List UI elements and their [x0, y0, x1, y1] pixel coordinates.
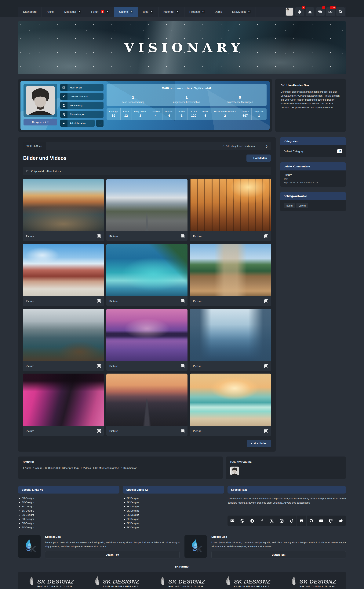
verwaltung-button[interactable]: Verwaltung: [60, 102, 104, 109]
image-checkbox[interactable]: [181, 299, 184, 303]
partner-logo[interactable]: SK DESIGNZWOLTLAB THEMES WITH LOVE: [215, 574, 280, 589]
partner-logo[interactable]: SK DESIGNZWOLTLAB THEMES WITH LOVE: [84, 574, 150, 589]
stat-artikel[interactable]: Artikel1: [176, 108, 188, 120]
online-user-avatar[interactable]: [230, 467, 239, 475]
tiktok-button[interactable]: [287, 515, 297, 526]
welcome-stat-conversations[interactable]: 1 ungelesene Konversation: [160, 93, 214, 106]
x-twitter-button[interactable]: [267, 515, 277, 526]
image-title[interactable]: Picture: [109, 300, 118, 303]
image-checkbox[interactable]: [181, 234, 184, 238]
nav-dashboard[interactable]: Dashboard: [18, 7, 42, 17]
link-item[interactable]: SK-Designz: [124, 505, 224, 509]
gallery-image[interactable]: [106, 244, 188, 296]
partner-logo[interactable]: SK DESIGNZWOLTLAB THEMES WITH LOVE: [280, 574, 346, 589]
logout-button[interactable]: [96, 120, 104, 127]
link-item[interactable]: SK-Designz: [19, 513, 119, 517]
profil-bearbeiten-button[interactable]: Profil bearbeiten: [60, 93, 104, 100]
image-checkbox[interactable]: [97, 364, 101, 368]
image-title[interactable]: Picture: [26, 365, 34, 368]
image-title[interactable]: Picture: [109, 235, 118, 238]
comment-image-title[interactable]: Picture: [284, 174, 342, 176]
image-checkbox[interactable]: [264, 234, 268, 238]
link-item[interactable]: SK-Designz: [124, 500, 224, 505]
nav-galerie[interactable]: Galerie▼: [114, 7, 138, 17]
tag-ipsum[interactable]: Ipsum: [284, 203, 295, 208]
nav-filebase[interactable]: Filebase▼: [184, 7, 210, 17]
gallery-image[interactable]: [23, 244, 104, 296]
mark-all-read-button[interactable]: ✓Alle als gelesen markieren: [221, 145, 257, 147]
nav-mitglieder[interactable]: Mitglieder▼: [59, 7, 86, 17]
link-item[interactable]: SK-Designz: [19, 505, 119, 509]
upload-button[interactable]: +Hochladen: [247, 154, 271, 162]
image-title[interactable]: Picture: [26, 300, 34, 303]
stat-trophaeen[interactable]: Trophäen1: [252, 108, 266, 120]
gallery-image[interactable]: [190, 309, 271, 361]
gallery-image[interactable]: [106, 179, 188, 231]
link-item[interactable]: SK-Designz: [124, 525, 224, 529]
administration-button[interactable]: Administration: [60, 120, 95, 127]
image-checkbox[interactable]: [264, 299, 268, 303]
tag-lorem[interactable]: Lorem: [296, 203, 308, 208]
image-checkbox[interactable]: [97, 299, 101, 303]
welcome-stat-reports[interactable]: 0 ausstehende Meldungen: [213, 93, 266, 106]
partner-logo[interactable]: SK DESIGNZWOLTLAB THEMES WITH LOVE: [150, 574, 215, 589]
moderation-button[interactable]: [306, 7, 314, 16]
nav-artikel[interactable]: Artikel: [42, 7, 59, 17]
link-item[interactable]: SK-Designz: [124, 517, 224, 521]
stat-punkte[interactable]: Punkte697: [239, 108, 252, 120]
link-item[interactable]: SK-Designz: [19, 517, 119, 521]
partner-logo[interactable]: SK DESIGNZWOLTLAB THEMES WITH LOVE: [18, 574, 84, 589]
image-checkbox[interactable]: [181, 429, 184, 433]
discord-button[interactable]: [297, 515, 306, 526]
jcoins-button[interactable]: 120: [326, 7, 335, 16]
category-item[interactable]: Default Category 12: [284, 148, 342, 154]
stat-beitraege[interactable]: Beiträge19: [107, 108, 121, 120]
image-checkbox[interactable]: [264, 429, 268, 433]
instagram-button[interactable]: [277, 515, 287, 526]
image-checkbox[interactable]: [97, 234, 101, 238]
gallery-image[interactable]: [106, 374, 188, 426]
search-button[interactable]: [336, 7, 345, 16]
gallery-image[interactable]: [190, 179, 271, 231]
stat-bilder-2[interactable]: Bilder6: [200, 108, 211, 120]
link-item[interactable]: SK-Designz: [124, 509, 224, 513]
notifications-button[interactable]: 1: [295, 7, 304, 16]
special-box-button[interactable]: Button Text: [211, 551, 346, 558]
image-title[interactable]: Picture: [193, 365, 202, 368]
image-title[interactable]: Picture: [26, 429, 34, 433]
nav-forum[interactable]: Forum1▼: [86, 7, 114, 17]
link-item[interactable]: SK-Designz: [124, 496, 224, 500]
nav-demo[interactable]: Demo: [210, 7, 227, 17]
einstellungen-button[interactable]: Einstellungen: [60, 111, 104, 118]
gallery-image[interactable]: [23, 374, 104, 426]
link-item[interactable]: SK-Designz: [19, 521, 119, 525]
chevron-right-icon[interactable]: ❯: [264, 143, 270, 149]
twitch-button[interactable]: [326, 515, 336, 526]
image-title[interactable]: Picture: [193, 235, 202, 238]
conversations-button[interactable]: 1: [316, 7, 325, 16]
sort-bar[interactable]: Zeitpunkt des Hochladens: [23, 167, 271, 175]
welcome-stat-notifications[interactable]: 1 neue Benachrichtung: [107, 93, 160, 106]
avatar[interactable]: [26, 86, 55, 115]
gallery-image[interactable]: [23, 309, 104, 361]
gallery-image[interactable]: [190, 244, 271, 296]
image-title[interactable]: Picture: [26, 235, 34, 238]
stat-blog-artikel[interactable]: Blog-Artikel3: [132, 108, 149, 120]
link-item[interactable]: SK-Designz: [19, 496, 119, 500]
nav-kalender[interactable]: Kalender▼: [158, 7, 184, 17]
stat-bilder[interactable]: Bilder12: [121, 108, 132, 120]
link-item[interactable]: SK-Designz: [124, 513, 224, 517]
telegram-button[interactable]: [247, 515, 257, 526]
facebook-button[interactable]: [257, 515, 267, 526]
stat-dateien[interactable]: Dateien4: [162, 108, 176, 120]
email-button[interactable]: [228, 515, 237, 526]
designer-badge[interactable]: Designer mit ♥: [24, 119, 57, 126]
more-options-icon[interactable]: ⋮: [257, 143, 263, 149]
stat-reaktionen[interactable]: Erhaltene Reaktionen2: [211, 108, 239, 120]
upload-button-bottom[interactable]: +Hochladen: [247, 440, 271, 447]
image-checkbox[interactable]: [264, 364, 268, 368]
stat-jcoins[interactable]: JCoins120: [188, 108, 200, 120]
image-title[interactable]: Picture: [109, 429, 118, 433]
image-title[interactable]: Picture: [193, 429, 202, 433]
link-item[interactable]: SK-Designz: [19, 500, 119, 505]
